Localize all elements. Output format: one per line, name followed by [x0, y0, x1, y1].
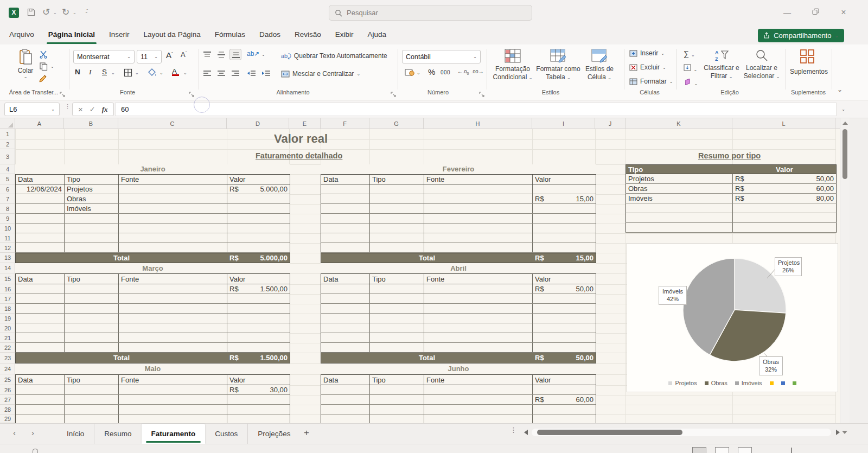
menu-tab-p-gina-inicial[interactable]: Página Inicial — [41, 26, 102, 44]
cell-valor[interactable] — [227, 323, 290, 333]
cell-valor[interactable] — [227, 333, 290, 342]
decrease-font-icon[interactable]: Aˇ — [181, 50, 187, 59]
row-header-24[interactable]: 24 — [0, 363, 15, 374]
zoom-slider-handle[interactable] — [791, 448, 792, 453]
cell-data[interactable] — [321, 414, 370, 423]
cell-fonte[interactable] — [119, 343, 227, 352]
column-header-G[interactable]: G — [369, 118, 424, 129]
scroll-up-icon[interactable] — [843, 122, 848, 125]
redo-icon[interactable]: ↻ — [62, 7, 69, 18]
cell-data[interactable] — [321, 395, 370, 404]
bold-button[interactable]: N — [75, 68, 80, 76]
italic-button[interactable]: I — [89, 68, 92, 76]
cell-valor[interactable] — [533, 314, 596, 323]
cell-fonte[interactable] — [424, 194, 533, 203]
scroll-down-icon[interactable] — [842, 431, 847, 434]
sheet-tab-in-cio[interactable]: Início — [57, 424, 94, 444]
row-header-19[interactable]: 19 — [0, 314, 15, 323]
cell-fonte[interactable] — [119, 395, 227, 404]
cell-fonte[interactable] — [119, 184, 227, 194]
cell-data[interactable] — [16, 323, 65, 333]
cell-valor[interactable]: R$50,00 — [533, 284, 596, 294]
cell-valor[interactable] — [533, 414, 596, 423]
row-header-4[interactable]: 4 — [0, 164, 15, 174]
cell-valor[interactable]: R$30,00 — [227, 385, 290, 394]
cell-tipo[interactable] — [65, 214, 119, 223]
row-header-6[interactable]: 6 — [0, 184, 15, 194]
menu-tab-arquivo[interactable]: Arquivo — [2, 26, 41, 44]
cell-valor[interactable] — [533, 294, 596, 303]
row-header-25[interactable]: 25 — [0, 374, 15, 385]
cell-data[interactable] — [321, 204, 370, 213]
cell-tipo[interactable]: Projetos — [626, 174, 733, 183]
normal-view-icon[interactable] — [692, 447, 706, 453]
align-left-icon[interactable] — [203, 69, 212, 79]
cell-fonte[interactable] — [119, 304, 227, 313]
merge-center-button[interactable]: Mesclar e Centralizar ⌄ — [281, 70, 360, 78]
cell-styles-button[interactable]: Estilos de Célula ⌄ — [582, 49, 617, 81]
insert-function-icon[interactable]: fx — [102, 105, 108, 114]
row-header-28[interactable]: 28 — [0, 405, 15, 414]
font-name-select[interactable]: Montserrat⌄ — [73, 50, 135, 63]
row-header-7[interactable]: 7 — [0, 194, 15, 204]
borders-icon[interactable] — [124, 68, 132, 79]
cell-tipo[interactable] — [370, 414, 424, 423]
cell-fonte[interactable] — [424, 343, 533, 352]
cell-tipo[interactable] — [65, 304, 119, 313]
accounting-chevron-icon[interactable]: ⌄ — [417, 71, 420, 75]
format-cells-button[interactable]: Formatar⌄ — [629, 78, 673, 85]
row-header-1[interactable]: 1 — [0, 129, 15, 139]
orientation-icon[interactable]: ab↗ — [247, 50, 259, 58]
cell-valor[interactable] — [227, 214, 290, 223]
row-header-21[interactable]: 21 — [0, 333, 15, 343]
row-headers[interactable]: 1234567891011121314151617181920212223242… — [0, 129, 15, 423]
underline-button[interactable]: S — [102, 68, 107, 76]
row-header-29[interactable]: 29 — [0, 414, 15, 423]
select-all-corner[interactable] — [0, 118, 15, 129]
font-size-select[interactable]: 11⌄ — [137, 50, 162, 63]
cell-data[interactable] — [16, 224, 65, 233]
cell-valor[interactable] — [533, 405, 596, 414]
horizontal-scrollbar[interactable] — [532, 429, 831, 436]
menu-tab-exibir[interactable]: Exibir — [328, 26, 361, 44]
cell-data[interactable] — [321, 284, 370, 294]
cell-valor[interactable] — [227, 233, 290, 243]
cell-valor[interactable] — [533, 243, 596, 252]
cell-fonte[interactable] — [119, 385, 227, 394]
format-painter-icon[interactable] — [39, 74, 48, 85]
new-sheet-button[interactable]: + — [304, 428, 309, 438]
delete-cells-button[interactable]: Excluir⌄ — [629, 63, 666, 71]
cell-fonte[interactable] — [119, 294, 227, 303]
cell-valor[interactable] — [533, 233, 596, 243]
horizontal-scroll-thumb[interactable] — [537, 430, 682, 435]
cell-tipo[interactable] — [370, 333, 424, 342]
clear-icon[interactable]: ⌄ — [684, 78, 698, 87]
menu-tab-revis-o[interactable]: Revisão — [288, 26, 328, 44]
cell-fonte[interactable] — [424, 385, 533, 394]
cell-fonte[interactable] — [119, 224, 227, 233]
insert-cells-button[interactable]: Inserir⌄ — [629, 49, 665, 57]
cell-fonte[interactable] — [424, 224, 533, 233]
vertical-scroll-thumb[interactable] — [843, 129, 847, 179]
cell-tipo[interactable] — [370, 194, 424, 203]
cell-tipo[interactable] — [370, 323, 424, 333]
page-break-view-icon[interactable] — [738, 447, 752, 453]
column-header-K[interactable]: K — [626, 118, 732, 129]
cell-tipo[interactable] — [65, 385, 119, 394]
cell-tipo[interactable] — [370, 405, 424, 414]
cell-valor[interactable]: R$50,00 — [733, 174, 836, 183]
scroll-right-icon[interactable] — [836, 430, 840, 435]
copy-icon[interactable] — [39, 62, 48, 73]
cell-data[interactable] — [321, 343, 370, 352]
align-top-icon[interactable] — [203, 51, 212, 61]
percent-icon[interactable]: % — [428, 67, 435, 76]
fill-icon[interactable]: ⌄ — [684, 63, 697, 73]
cell-fonte[interactable] — [119, 194, 227, 203]
cell-tipo[interactable] — [370, 294, 424, 303]
cell-tipo[interactable] — [370, 304, 424, 313]
cell-tipo[interactable] — [65, 323, 119, 333]
cell-tipo[interactable] — [370, 343, 424, 352]
enter-icon[interactable]: ✓ — [90, 105, 95, 113]
cut-icon[interactable] — [39, 50, 48, 61]
cell-data[interactable] — [321, 233, 370, 243]
